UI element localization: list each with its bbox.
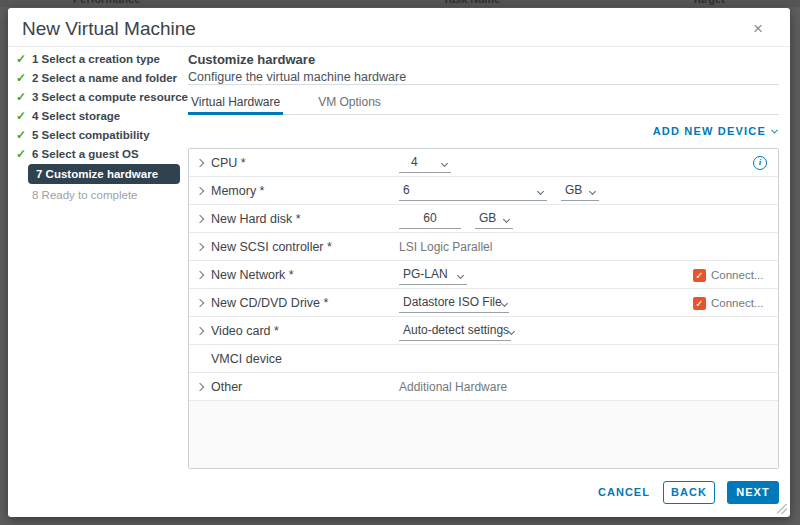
expand-chevron-icon[interactable] xyxy=(196,326,204,334)
step-label: 4 Select storage xyxy=(32,110,120,122)
memory-select[interactable]: 6 xyxy=(399,182,547,201)
chevron-down-icon xyxy=(537,187,544,194)
new-scsi-controller-static-value: LSI Logic Parallel xyxy=(399,240,492,254)
hw-row-vmci-device: VMCI device xyxy=(189,345,778,373)
new-network-connect-checkbox[interactable]: ✓ xyxy=(693,269,706,282)
other-static-value: Additional Hardware xyxy=(399,380,507,394)
add-new-device-button[interactable]: ADD NEW DEVICE xyxy=(653,125,777,137)
wizard-step-2[interactable]: ✓2 Select a name and folder xyxy=(16,68,186,87)
expand-chevron-icon[interactable] xyxy=(196,242,204,250)
new-network-connect-checkbox-group: ✓Connect... xyxy=(693,261,773,289)
cpu-select[interactable]: 4 xyxy=(399,154,451,173)
new-cd-dvd-drive-connect-checkbox[interactable]: ✓ xyxy=(693,297,706,310)
hw-row-cpu: CPU *4i xyxy=(189,149,778,177)
wizard-step-7[interactable]: 7 Customize hardware xyxy=(28,164,180,184)
wizard-step-3[interactable]: ✓3 Select a compute resource xyxy=(16,87,186,106)
video-card-value: Auto-detect settings xyxy=(403,323,509,337)
device-label: Video card * xyxy=(211,324,279,338)
content-divider xyxy=(188,84,779,85)
video-card-select[interactable]: Auto-detect settings xyxy=(399,322,511,341)
new-cd-dvd-drive-control: Datastore ISO File xyxy=(399,289,509,317)
hw-row-new-cd-dvd-drive: New CD/DVD Drive *Datastore ISO File✓Con… xyxy=(189,289,778,317)
wizard-step-4[interactable]: ✓4 Select storage xyxy=(16,106,186,125)
chevron-down-icon xyxy=(457,271,464,278)
check-icon: ✓ xyxy=(16,109,30,123)
expand-chevron-icon[interactable] xyxy=(196,158,204,166)
new-hard-disk-input[interactable]: 60 xyxy=(399,210,461,229)
close-icon[interactable]: × xyxy=(748,19,768,39)
check-icon: ✓ xyxy=(16,147,30,161)
expand-chevron-icon[interactable] xyxy=(196,214,204,222)
memory-unit-value: GB xyxy=(565,183,582,197)
step-label: 2 Select a name and folder xyxy=(32,72,177,84)
device-label: New Hard disk * xyxy=(211,212,301,226)
step-label: 7 Customize hardware xyxy=(36,168,158,180)
new-scsi-controller-control: LSI Logic Parallel xyxy=(399,233,492,261)
hw-row-other: OtherAdditional Hardware xyxy=(189,373,778,401)
new-cd-dvd-drive-value: Datastore ISO File xyxy=(403,295,502,309)
video-card-control: Auto-detect settings xyxy=(399,317,511,345)
page-subtitle: Configure the virtual machine hardware xyxy=(188,70,406,84)
background-fragment: Target xyxy=(692,0,725,5)
hw-row-video-card: Video card *Auto-detect settings xyxy=(189,317,778,345)
background-fragment: Task Name xyxy=(443,0,500,5)
new-cd-dvd-drive-select[interactable]: Datastore ISO File xyxy=(399,294,509,313)
cpu-value: 4 xyxy=(411,155,418,169)
new-cd-dvd-drive-connect-checkbox-group: ✓Connect... xyxy=(693,289,773,317)
other-control: Additional Hardware xyxy=(399,373,507,401)
new-network-control: PG-LAN xyxy=(399,261,467,289)
checkbox-label: Connect... xyxy=(711,297,763,309)
hw-row-memory: Memory *6GB xyxy=(189,177,778,205)
new-hard-disk-unit-value: GB xyxy=(479,211,496,225)
background-fragment: Performance xyxy=(73,0,140,5)
cancel-button[interactable]: CANCEL xyxy=(594,481,654,504)
background-app-strip: PerformanceTask NameTarget xyxy=(0,0,800,7)
page-title: Customize hardware xyxy=(188,52,315,67)
hardware-table: CPU *4iMemory *6GBNew Hard disk *60GBNew… xyxy=(188,148,779,469)
screen: PerformanceTask NameTarget New Virtual M… xyxy=(0,0,800,525)
next-button[interactable]: NEXT xyxy=(727,481,779,504)
hw-row-new-network: New Network *PG-LAN✓Connect... xyxy=(189,261,778,289)
chevron-down-icon xyxy=(503,215,510,222)
cpu-control: 4 xyxy=(399,149,451,177)
new-network-value: PG-LAN xyxy=(403,267,448,281)
resize-handle[interactable] xyxy=(777,504,787,514)
expand-chevron-icon[interactable] xyxy=(196,382,204,390)
wizard-step-6[interactable]: ✓6 Select a guest OS xyxy=(16,144,186,163)
info-icon[interactable]: i xyxy=(753,156,767,170)
new-network-select[interactable]: PG-LAN xyxy=(399,266,467,285)
checkbox-label: Connect... xyxy=(711,269,763,281)
wizard-steps: ✓1 Select a creation type✓2 Select a nam… xyxy=(16,49,186,204)
chevron-down-icon xyxy=(508,327,515,334)
dialog-title: New Virtual Machine xyxy=(22,18,196,40)
memory-value: 6 xyxy=(403,183,410,197)
title-divider xyxy=(8,46,790,47)
expand-chevron-spacer xyxy=(197,356,203,362)
device-label: VMCI device xyxy=(211,352,282,366)
hw-row-new-scsi-controller: New SCSI controller *LSI Logic Parallel xyxy=(189,233,778,261)
wizard-step-1[interactable]: ✓1 Select a creation type xyxy=(16,49,186,68)
device-label: Other xyxy=(211,380,242,394)
tab-vm-options[interactable]: VM Options xyxy=(315,94,384,115)
memory-control: 6GB xyxy=(399,177,599,205)
device-label: CPU * xyxy=(211,156,246,170)
check-icon: ✓ xyxy=(16,90,30,104)
expand-chevron-icon[interactable] xyxy=(196,298,204,306)
chevron-down-icon xyxy=(441,159,448,166)
chevron-down-icon xyxy=(589,187,596,194)
expand-chevron-icon[interactable] xyxy=(196,270,204,278)
device-label: New SCSI controller * xyxy=(211,240,332,254)
new-hard-disk-value: 60 xyxy=(423,211,436,225)
memory-unit-select[interactable]: GB xyxy=(561,182,599,201)
chevron-down-icon xyxy=(771,126,778,133)
back-button[interactable]: BACK xyxy=(663,481,715,504)
step-label: 1 Select a creation type xyxy=(32,53,160,65)
expand-chevron-icon[interactable] xyxy=(196,186,204,194)
new-hard-disk-unit-select[interactable]: GB xyxy=(475,210,513,229)
device-label: Memory * xyxy=(211,184,264,198)
table-empty-area xyxy=(189,401,778,469)
new-vm-dialog: New Virtual Machine × ✓1 Select a creati… xyxy=(8,8,790,517)
step-label: 3 Select a compute resource xyxy=(32,91,188,103)
tab-virtual-hardware[interactable]: Virtual Hardware xyxy=(188,94,283,115)
wizard-step-5[interactable]: ✓5 Select compatibility xyxy=(16,125,186,144)
